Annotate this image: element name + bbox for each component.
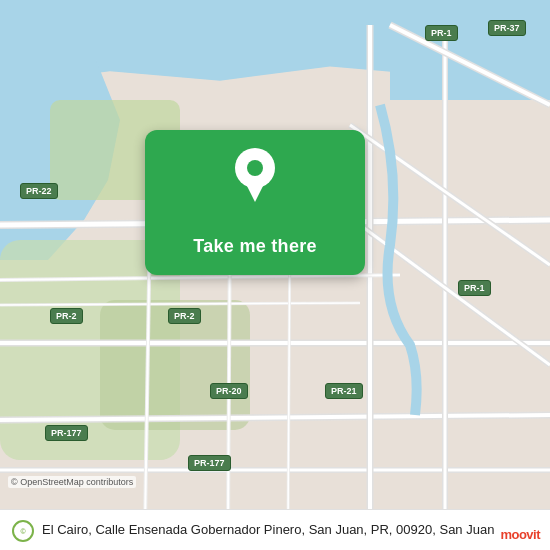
- highway-badge-pr37: PR-37: [488, 20, 526, 36]
- highway-badge-pr177-center: PR-177: [188, 455, 231, 471]
- highway-badge-pr177-left: PR-177: [45, 425, 88, 441]
- highway-badge-pr2-center: PR-2: [168, 308, 201, 324]
- address-text: El Cairo, Calle Ensenada Gobernador Pine…: [42, 522, 494, 537]
- pin-tail: [247, 186, 263, 202]
- pin-circle: [235, 148, 275, 188]
- moovit-logo: moovit: [500, 527, 540, 542]
- highway-badge-pr1-right: PR-1: [458, 280, 491, 296]
- highway-badge-pr21: PR-21: [325, 383, 363, 399]
- highway-badge-pr2-left: PR-2: [50, 308, 83, 324]
- info-text-block: El Cairo, Calle Ensenada Gobernador Pine…: [42, 520, 538, 539]
- highway-badge-pr22-left: PR-22: [20, 183, 58, 199]
- osm-credit: © OpenStreetMap contributors: [8, 476, 136, 488]
- highway-badge-pr1-top: PR-1: [425, 25, 458, 41]
- location-pin-icon: [233, 148, 277, 202]
- osm-logo: ©: [12, 520, 34, 542]
- take-me-there-button[interactable]: Take me there: [145, 130, 365, 275]
- highway-badge-pr20: PR-20: [210, 383, 248, 399]
- info-bar: © El Cairo, Calle Ensenada Gobernador Pi…: [0, 509, 550, 550]
- water-right-top: [390, 0, 550, 100]
- map-container: PR-1 PR-37 PR-22 PR-22 PR-2 PR-2 PR-177 …: [0, 0, 550, 550]
- button-label: Take me there: [193, 236, 317, 257]
